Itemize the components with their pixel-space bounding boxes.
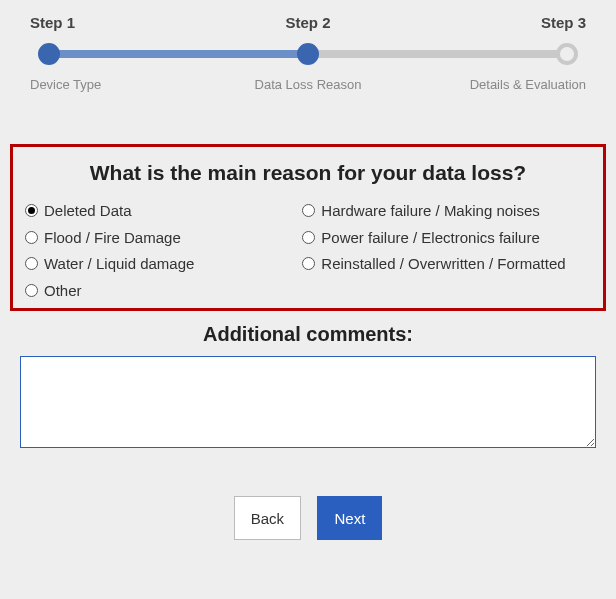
question-box: What is the main reason for your data lo…	[10, 144, 606, 311]
option-label: Flood / Fire Damage	[44, 228, 181, 248]
stepper: Step 1 Step 2 Step 3 Device Type Data Lo…	[0, 0, 616, 92]
step-labels-bottom: Device Type Data Loss Reason Details & E…	[30, 77, 586, 92]
radio-icon	[25, 284, 38, 297]
radio-icon	[302, 204, 315, 217]
stepper-bar-fill	[42, 50, 308, 58]
step-1-bottom: Device Type	[30, 77, 190, 92]
buttons-row: Back Next	[0, 496, 616, 540]
radio-icon	[25, 204, 38, 217]
option-power-failure[interactable]: Power failure / Electronics failure	[302, 228, 591, 248]
options-col-left: Deleted Data Flood / Fire Damage Water /…	[25, 201, 302, 300]
step-3-bottom: Details & Evaluation	[426, 77, 586, 92]
radio-icon	[25, 257, 38, 270]
step-3-top: Step 3	[466, 14, 586, 31]
option-label: Power failure / Electronics failure	[321, 228, 539, 248]
next-button[interactable]: Next	[317, 496, 382, 540]
step-2-dot[interactable]	[297, 43, 319, 65]
step-2-bottom: Data Loss Reason	[190, 77, 426, 92]
step-3-dot[interactable]	[556, 43, 578, 65]
option-label: Water / Liquid damage	[44, 254, 194, 274]
step-2-top: Step 2	[150, 14, 466, 31]
back-button[interactable]: Back	[234, 496, 301, 540]
option-deleted-data[interactable]: Deleted Data	[25, 201, 302, 221]
comments-wrap	[0, 346, 616, 452]
option-label: Deleted Data	[44, 201, 132, 221]
radio-icon	[302, 257, 315, 270]
step-1-dot[interactable]	[38, 43, 60, 65]
option-water-liquid[interactable]: Water / Liquid damage	[25, 254, 302, 274]
option-hw-failure[interactable]: Hardware failure / Making noises	[302, 201, 591, 221]
options: Deleted Data Flood / Fire Damage Water /…	[25, 201, 591, 300]
option-flood-fire[interactable]: Flood / Fire Damage	[25, 228, 302, 248]
step-1-top: Step 1	[30, 14, 150, 31]
option-label: Reinstalled / Overwritten / Formatted	[321, 254, 565, 274]
radio-icon	[25, 231, 38, 244]
option-label: Hardware failure / Making noises	[321, 201, 539, 221]
stepper-track	[42, 41, 574, 67]
option-reinstalled[interactable]: Reinstalled / Overwritten / Formatted	[302, 254, 591, 274]
question-title: What is the main reason for your data lo…	[25, 161, 591, 185]
option-label: Other	[44, 281, 82, 301]
step-labels-top: Step 1 Step 2 Step 3	[30, 14, 586, 31]
options-col-right: Hardware failure / Making noises Power f…	[302, 201, 591, 300]
comments-title: Additional comments:	[0, 323, 616, 346]
option-other[interactable]: Other	[25, 281, 302, 301]
comments-textarea[interactable]	[20, 356, 596, 448]
radio-icon	[302, 231, 315, 244]
